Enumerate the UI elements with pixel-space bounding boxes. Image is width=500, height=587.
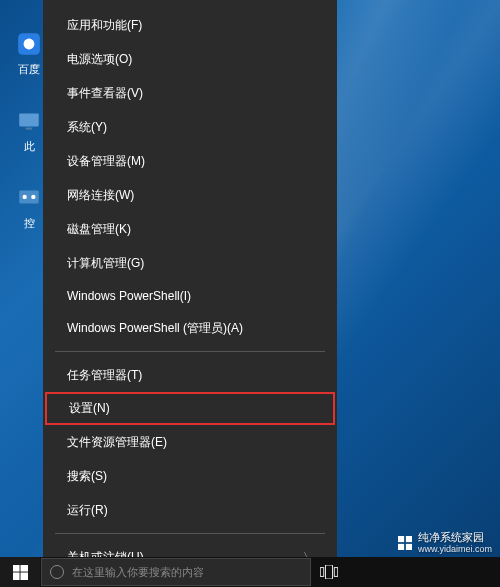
desktop-icon-control[interactable]: 控 (14, 184, 44, 231)
cortana-icon (50, 565, 64, 579)
menu-item-system[interactable]: 系统(Y) (43, 110, 337, 144)
desktop-icon-baidu[interactable]: 百度 (14, 30, 44, 77)
svg-rect-4 (19, 190, 39, 203)
taskbar-search[interactable]: 在这里输入你要搜索的内容 (41, 558, 311, 586)
svg-rect-15 (320, 568, 324, 577)
svg-point-6 (31, 195, 35, 199)
svg-rect-7 (398, 536, 404, 542)
menu-item-disk-management[interactable]: 磁盘管理(K) (43, 212, 337, 246)
windows-logo-icon (398, 536, 412, 550)
desktop-icons: 百度 此 控 (14, 30, 44, 261)
svg-rect-12 (20, 565, 28, 572)
menu-item-computer-management[interactable]: 计算机管理(G) (43, 246, 337, 280)
baidu-icon (15, 30, 43, 58)
svg-point-1 (24, 39, 35, 50)
desktop-icon-label: 百度 (18, 62, 40, 77)
desktop-icon-label: 控 (24, 216, 35, 231)
menu-separator (55, 351, 325, 352)
task-view-button[interactable] (311, 565, 347, 579)
taskbar: 在这里输入你要搜索的内容 (0, 557, 500, 587)
start-button[interactable] (0, 557, 40, 587)
menu-item-file-explorer[interactable]: 文件资源管理器(E) (43, 425, 337, 459)
svg-rect-2 (19, 113, 39, 126)
desktop-icon-label: 此 (24, 139, 35, 154)
watermark-url: www.yidaimei.com (418, 544, 492, 555)
menu-item-network-connections[interactable]: 网络连接(W) (43, 178, 337, 212)
computer-icon (15, 107, 43, 135)
svg-rect-17 (334, 568, 338, 577)
control-panel-icon (15, 184, 43, 212)
desktop-icon-thispc[interactable]: 此 (14, 107, 44, 154)
menu-separator (55, 533, 325, 534)
svg-rect-8 (406, 536, 412, 542)
svg-rect-9 (398, 544, 404, 550)
windows-start-icon (13, 565, 28, 580)
menu-item-device-manager[interactable]: 设备管理器(M) (43, 144, 337, 178)
svg-point-5 (23, 195, 27, 199)
svg-rect-16 (326, 565, 333, 579)
menu-item-apps-features[interactable]: 应用和功能(F) (43, 8, 337, 42)
search-placeholder: 在这里输入你要搜索的内容 (72, 565, 204, 580)
task-view-icon (320, 565, 338, 579)
menu-item-event-viewer[interactable]: 事件查看器(V) (43, 76, 337, 110)
menu-item-run[interactable]: 运行(R) (43, 493, 337, 527)
menu-item-powershell[interactable]: Windows PowerShell(I) (43, 280, 337, 311)
svg-rect-10 (406, 544, 412, 550)
svg-rect-11 (13, 565, 20, 572)
svg-rect-13 (13, 572, 20, 580)
menu-item-power-options[interactable]: 电源选项(O) (43, 42, 337, 76)
menu-item-task-manager[interactable]: 任务管理器(T) (43, 358, 337, 392)
svg-rect-3 (26, 128, 33, 130)
menu-item-powershell-admin[interactable]: Windows PowerShell (管理员)(A) (43, 311, 337, 345)
winx-context-menu: 应用和功能(F) 电源选项(O) 事件查看器(V) 系统(Y) 设备管理器(M)… (43, 0, 337, 557)
svg-rect-14 (20, 572, 28, 580)
watermark-title: 纯净系统家园 (418, 531, 492, 544)
menu-item-search[interactable]: 搜索(S) (43, 459, 337, 493)
watermark: 纯净系统家园 www.yidaimei.com (398, 531, 492, 555)
menu-item-settings[interactable]: 设置(N) (45, 392, 335, 425)
